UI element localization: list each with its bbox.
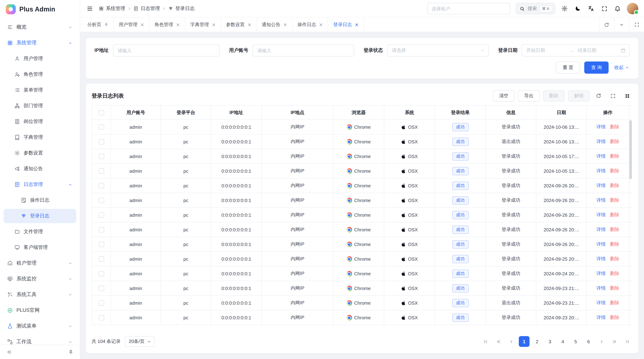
- column-header[interactable]: 用户账号: [111, 105, 161, 120]
- delete-link[interactable]: 删除: [610, 139, 619, 144]
- reset-button[interactable]: 重 置: [556, 61, 580, 74]
- delete-link[interactable]: 删除: [610, 300, 619, 305]
- column-header[interactable]: 操作: [586, 105, 629, 120]
- sidebar-item-test[interactable]: 测试菜单: [4, 319, 76, 333]
- sidebar-item-user[interactable]: 用户管理: [4, 51, 76, 66]
- column-header[interactable]: 浏览器: [333, 105, 384, 120]
- detail-link[interactable]: 详情: [596, 212, 606, 217]
- breadcrumb-system[interactable]: 系统管理: [99, 5, 125, 12]
- delete-link[interactable]: 删除: [610, 124, 619, 129]
- breadcrumb-log[interactable]: 日志管理: [134, 5, 160, 12]
- tab-close-icon[interactable]: ✕: [355, 22, 359, 27]
- row-checkbox[interactable]: [98, 227, 104, 232]
- column-header[interactable]: 登录结果: [435, 105, 486, 120]
- tab-notice[interactable]: 通知公告✕: [257, 17, 292, 32]
- tab-refresh-button[interactable]: [599, 17, 614, 32]
- tab-analysis[interactable]: 分析页: [82, 17, 114, 32]
- row-checkbox[interactable]: [98, 315, 104, 320]
- sidebar-item-file[interactable]: 文件管理: [4, 225, 76, 239]
- next-page-button[interactable]: [596, 336, 607, 347]
- detail-link[interactable]: 详情: [596, 271, 606, 276]
- sidebar-item-log[interactable]: 日志管理: [4, 177, 76, 192]
- last-page-button[interactable]: [622, 336, 632, 347]
- sidebar-item-dept[interactable]: 部门管理: [4, 99, 76, 113]
- tab-close-icon[interactable]: ✕: [248, 22, 251, 27]
- sidebar-item-workflow[interactable]: 工作流: [4, 335, 76, 345]
- delete-link[interactable]: 删除: [610, 315, 619, 320]
- tab-close-icon[interactable]: ✕: [176, 22, 180, 27]
- row-checkbox[interactable]: [98, 139, 104, 144]
- column-settings-button[interactable]: [622, 90, 632, 101]
- row-checkbox[interactable]: [98, 183, 104, 188]
- page-3-button[interactable]: 3: [544, 336, 555, 347]
- prev-pages-button[interactable]: [493, 336, 504, 347]
- row-checkbox[interactable]: [98, 154, 104, 159]
- table-fullscreen-button[interactable]: [608, 90, 618, 101]
- filter-ip-input[interactable]: [113, 44, 220, 56]
- row-checkbox[interactable]: [98, 198, 104, 203]
- column-header[interactable]: 登录平台: [161, 105, 211, 120]
- sidebar-item-client[interactable]: 客户端管理: [4, 240, 76, 255]
- row-checkbox[interactable]: [98, 212, 104, 218]
- page-2-button[interactable]: 2: [532, 336, 542, 347]
- delete-link[interactable]: 删除: [610, 227, 619, 232]
- column-header[interactable]: IP地址: [211, 105, 262, 120]
- next-pages-button[interactable]: [609, 336, 620, 347]
- delete-link[interactable]: 删除: [610, 256, 619, 261]
- filter-date-range[interactable]: 开始日期→结束日期: [522, 44, 630, 56]
- tab-oplog[interactable]: 操作日志✕: [292, 17, 328, 32]
- select-all-checkbox[interactable]: [98, 110, 104, 115]
- delete-link[interactable]: 删除: [610, 241, 619, 247]
- tab-options-button[interactable]: [614, 17, 629, 32]
- detail-link[interactable]: 详情: [596, 256, 606, 261]
- row-checkbox[interactable]: [98, 168, 104, 174]
- detail-link[interactable]: 详情: [596, 124, 606, 129]
- menu-toggle-button[interactable]: [86, 5, 94, 12]
- tenant-select-input[interactable]: [427, 3, 510, 14]
- dark-mode-toggle[interactable]: [574, 5, 582, 12]
- language-toggle[interactable]: [587, 5, 595, 12]
- tab-dict[interactable]: 字典管理✕: [185, 17, 221, 32]
- sidebar-item-system[interactable]: 系统管理: [4, 36, 76, 50]
- detail-link[interactable]: 详情: [596, 183, 606, 188]
- detail-link[interactable]: 详情: [596, 300, 606, 305]
- clear-button[interactable]: 清空: [493, 90, 514, 101]
- table-scrollbar-thumb[interactable]: [629, 120, 632, 179]
- sidebar-item-post[interactable]: 岗位管理: [4, 114, 76, 129]
- tab-close-icon[interactable]: ✕: [140, 22, 144, 27]
- notifications-button[interactable]: [614, 5, 622, 12]
- table-refresh-button[interactable]: [593, 90, 604, 101]
- logo[interactable]: Plus Admin: [0, 0, 80, 18]
- detail-link[interactable]: 详情: [596, 168, 606, 173]
- sidebar-item-tenant[interactable]: 租户管理: [4, 256, 76, 270]
- detail-link[interactable]: 详情: [596, 227, 606, 232]
- detail-link[interactable]: 详情: [596, 285, 606, 291]
- tab-close-icon[interactable]: ✕: [283, 22, 287, 27]
- filter-account-input[interactable]: [252, 44, 354, 56]
- tab-close-icon[interactable]: ✕: [212, 22, 216, 27]
- row-checkbox[interactable]: [98, 286, 104, 291]
- sidebar-item-tools[interactable]: 系统工具: [4, 288, 76, 302]
- delete-link[interactable]: 删除: [610, 153, 619, 159]
- row-checkbox[interactable]: [98, 271, 104, 276]
- sidebar-item-param[interactable]: 参数设置: [4, 146, 76, 160]
- fullscreen-button[interactable]: [600, 5, 608, 12]
- filter-status-select[interactable]: 请选择: [387, 44, 489, 56]
- tab-close-icon[interactable]: ✕: [319, 22, 323, 27]
- unlock-button[interactable]: 解锁: [568, 90, 590, 101]
- delete-link[interactable]: 删除: [610, 212, 619, 217]
- sidebar-item-oplog[interactable]: 操作日志: [4, 193, 76, 207]
- user-avatar[interactable]: [627, 3, 638, 14]
- row-checkbox[interactable]: [98, 300, 104, 306]
- column-header[interactable]: IP地点: [262, 105, 333, 120]
- delete-link[interactable]: 删除: [610, 168, 619, 173]
- sidebar-item-menu[interactable]: 菜单管理: [4, 83, 76, 97]
- delete-link[interactable]: 删除: [610, 285, 619, 291]
- first-page-button[interactable]: [480, 336, 491, 347]
- page-6-button[interactable]: 6: [583, 336, 594, 347]
- collapse-filters-link[interactable]: 收起: [614, 64, 630, 71]
- detail-link[interactable]: 详情: [596, 153, 606, 159]
- page-1-button[interactable]: 1: [519, 336, 530, 347]
- tab-user[interactable]: 用户管理✕: [114, 17, 150, 32]
- detail-link[interactable]: 详情: [596, 139, 606, 144]
